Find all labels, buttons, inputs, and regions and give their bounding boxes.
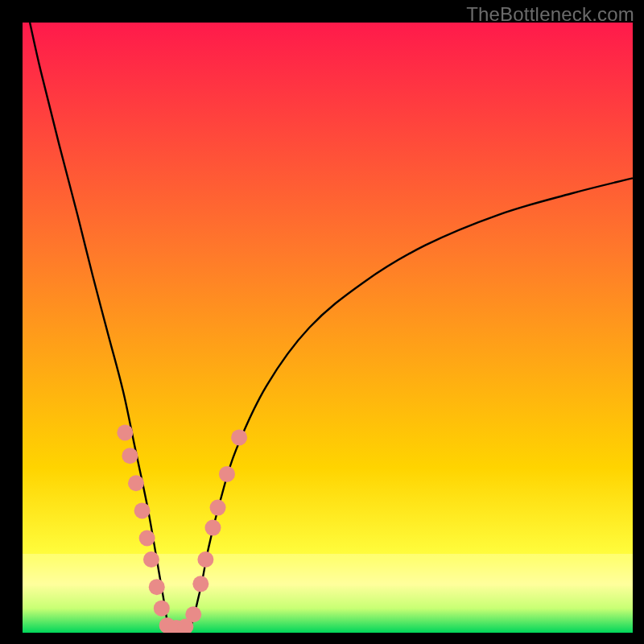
marker-dot: [205, 520, 221, 536]
marker-dot: [154, 601, 170, 617]
gradient-background: [23, 23, 633, 633]
marker-dot: [143, 551, 159, 568]
marker-dot: [122, 448, 138, 464]
marker-dot: [117, 424, 133, 440]
bottleneck-chart: [23, 23, 633, 633]
watermark-text: TheBottleneck.com: [466, 3, 634, 26]
yellow-band: [23, 554, 633, 586]
marker-dot: [231, 429, 247, 445]
marker-dot: [197, 551, 213, 568]
marker-dot: [219, 466, 235, 482]
chart-container: [23, 23, 633, 633]
marker-dot: [185, 606, 201, 622]
marker-dot: [192, 576, 208, 592]
marker-dot: [128, 475, 144, 491]
marker-dot: [139, 530, 155, 547]
marker-dot: [134, 502, 151, 518]
marker-dot: [210, 500, 226, 516]
marker-dot: [149, 579, 165, 595]
